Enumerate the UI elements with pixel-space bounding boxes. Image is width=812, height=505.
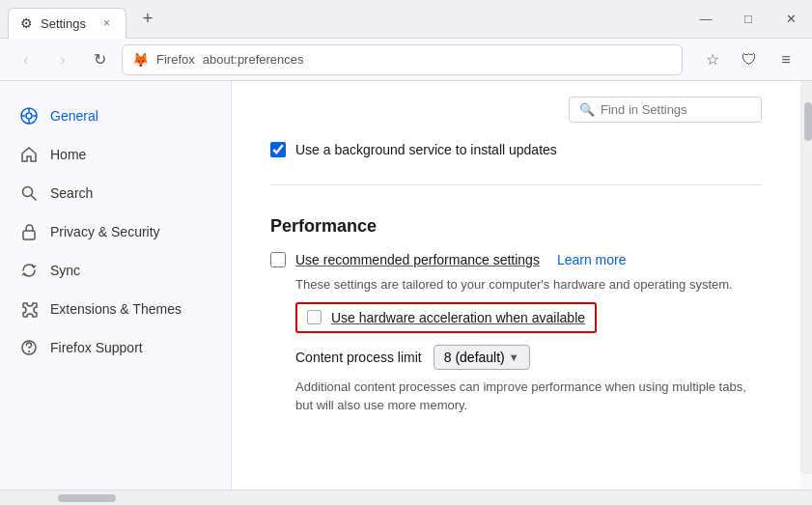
- vertical-scrollbar[interactable]: [800, 81, 812, 474]
- content-area: General Home Search: [0, 81, 812, 490]
- support-icon: [19, 338, 39, 357]
- tab-close-button[interactable]: ×: [99, 14, 114, 32]
- title-bar: ⚙ Settings × + — □ ✕: [0, 0, 812, 39]
- sidebar-privacy-label: Privacy & Security: [50, 224, 160, 239]
- sidebar-sync-label: Sync: [50, 263, 80, 278]
- browser-frame: ⚙ Settings × + — □ ✕ ‹ › ↻ 🦊 Firefox abo…: [0, 0, 812, 505]
- extensions-icon: [19, 299, 39, 319]
- find-bar-search-icon: 🔍: [579, 102, 595, 117]
- sidebar-item-sync[interactable]: Sync: [0, 251, 231, 290]
- sidebar-extensions-label: Extensions & Themes: [50, 301, 182, 317]
- settings-tab-title: Settings: [41, 16, 86, 31]
- home-icon: [19, 145, 39, 164]
- menu-button[interactable]: ≡: [771, 45, 800, 74]
- recommended-settings-label: Use recommended performance settings: [295, 252, 540, 267]
- sidebar-item-extensions[interactable]: Extensions & Themes: [0, 290, 231, 328]
- window-controls: — □ ✕: [692, 6, 804, 33]
- url-bar[interactable]: 🦊 Firefox about:preferences: [122, 44, 683, 75]
- hw-acceleration-label: Use hardware acceleration when available: [331, 310, 585, 325]
- shield-button[interactable]: 🛡: [735, 45, 764, 74]
- background-service-label: Use a background service to install upda…: [295, 142, 557, 157]
- svg-point-1: [26, 113, 32, 119]
- recommended-settings-checkbox[interactable]: [270, 252, 286, 267]
- forward-button[interactable]: ›: [48, 45, 77, 74]
- find-in-settings-input[interactable]: [601, 102, 751, 117]
- sidebar-home-label: Home: [50, 147, 86, 162]
- sidebar-search-label: Search: [50, 185, 93, 201]
- content-process-label: Content process limit: [295, 350, 422, 365]
- bookmark-button[interactable]: ☆: [698, 45, 727, 74]
- sidebar-general-label: General: [50, 108, 98, 124]
- sidebar-item-search[interactable]: Search: [0, 174, 231, 212]
- settings-tab-icon: ⚙: [20, 15, 33, 31]
- sidebar-item-privacy[interactable]: Privacy & Security: [0, 212, 231, 251]
- svg-line-7: [32, 196, 37, 201]
- main-content: 🔍 Use a background service to install up…: [232, 81, 800, 490]
- learn-more-link[interactable]: Learn more: [557, 252, 627, 267]
- find-bar-container: 🔍: [270, 81, 762, 130]
- site-name: Firefox: [156, 52, 195, 67]
- performance-title: Performance: [270, 209, 762, 237]
- sidebar: General Home Search: [0, 81, 232, 490]
- hw-acceleration-checkbox[interactable]: [307, 310, 322, 324]
- hw-acceleration-item: Use hardware acceleration when available: [295, 302, 597, 333]
- background-service-section: Use a background service to install upda…: [270, 130, 762, 169]
- site-icon: 🦊: [132, 52, 149, 68]
- recommended-settings-item: Use recommended performance settings Lea…: [270, 248, 762, 271]
- minimize-button[interactable]: —: [692, 6, 719, 33]
- privacy-icon: [19, 222, 39, 241]
- back-button[interactable]: ‹: [12, 45, 41, 74]
- svg-rect-8: [23, 231, 35, 239]
- process-description: Additional content processes can improve…: [295, 378, 762, 415]
- content-process-select[interactable]: 8 (default) ▼: [434, 345, 530, 370]
- background-service-checkbox[interactable]: [270, 142, 286, 157]
- horizontal-scrollbar[interactable]: [0, 490, 812, 505]
- nav-right-controls: ☆ 🛡 ≡: [698, 45, 800, 74]
- find-bar[interactable]: 🔍: [569, 97, 762, 123]
- content-process-row: Content process limit 8 (default) ▼: [295, 345, 762, 370]
- general-icon: [19, 106, 39, 126]
- performance-section: Performance Use recommended performance …: [270, 201, 762, 423]
- scrollbar-thumb[interactable]: [804, 102, 812, 141]
- new-tab-button[interactable]: +: [134, 6, 161, 33]
- nav-bar: ‹ › ↻ 🦊 Firefox about:preferences ☆ 🛡 ≡: [0, 39, 812, 81]
- maximize-button[interactable]: □: [735, 6, 762, 33]
- sidebar-support-label: Firefox Support: [50, 340, 143, 355]
- sidebar-item-home[interactable]: Home: [0, 135, 231, 174]
- select-arrow-icon: ▼: [509, 351, 519, 363]
- reload-button[interactable]: ↻: [85, 45, 114, 74]
- svg-point-10: [28, 351, 30, 352]
- sync-icon: [19, 261, 39, 280]
- content-process-value: 8 (default): [444, 350, 505, 365]
- settings-tab[interactable]: ⚙ Settings ×: [8, 8, 126, 39]
- section-divider: [270, 184, 762, 185]
- h-scrollbar-thumb[interactable]: [58, 494, 116, 502]
- sidebar-item-support[interactable]: Firefox Support: [0, 328, 231, 367]
- url-path: about:preferences: [203, 52, 304, 67]
- close-button[interactable]: ✕: [777, 6, 804, 33]
- search-icon: [19, 183, 39, 203]
- background-service-item: Use a background service to install upda…: [270, 138, 762, 161]
- performance-description: These settings are tailored to your comp…: [270, 271, 762, 302]
- sidebar-item-general[interactable]: General: [0, 97, 231, 135]
